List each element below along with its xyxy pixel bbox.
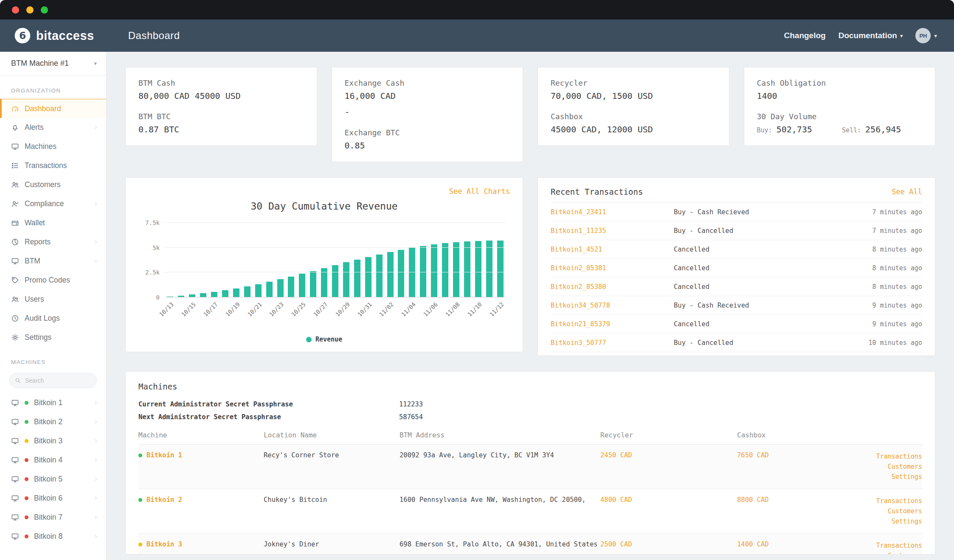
passphrase-value: 587654: [399, 411, 423, 423]
chart-x-axis: 10/1310/1510/1710/1910/2110/2310/2510/27…: [165, 297, 506, 334]
volume-row: Buy: 502,735 Sell: 256,945: [757, 124, 923, 134]
chevron-right-icon: [93, 457, 98, 463]
transaction-id-link[interactable]: Bitkoin2_85380: [551, 283, 674, 291]
documentation-menu[interactable]: Documentation ▾: [839, 31, 903, 40]
chart-plot-area: [165, 223, 506, 297]
machine-customers-link[interactable]: Customers: [871, 462, 922, 472]
bar-slot: [429, 223, 440, 297]
stat-value: 45000 CAD, 12000 USD: [551, 124, 716, 134]
machine-settings-link[interactable]: Settings: [871, 472, 922, 482]
machine-transactions-link[interactable]: Transactions: [871, 451, 922, 462]
sidebar-machine-bitkoin-6[interactable]: Bitkoin 6: [0, 489, 106, 508]
stat-value: 1400: [757, 91, 923, 101]
transaction-id-link[interactable]: Bitkoin1_11235: [551, 227, 674, 235]
see-all-transactions-link[interactable]: See All: [892, 188, 922, 196]
sidebar-machine-bitkoin-2[interactable]: Bitkoin 2: [0, 412, 106, 431]
bar-slot: [418, 223, 429, 297]
status-dot: [25, 535, 28, 538]
bar-slot: [407, 223, 418, 297]
sidebar-item-wallet[interactable]: Wallet: [0, 213, 106, 232]
sidebar-item-btm[interactable]: BTM: [0, 252, 106, 271]
y-tick-label: 7.5k: [145, 219, 160, 226]
sidebar-item-users[interactable]: Users: [0, 290, 106, 309]
sidebar-machine-bitkoin-5[interactable]: Bitkoin 5: [0, 470, 106, 489]
machine-row: Bitkoin 1Recy's Corner Store20092 93a Av…: [138, 445, 922, 489]
machine-actions: TransactionsCustomersSettings: [871, 540, 922, 554]
machine-selector-dropdown[interactable]: BTM Machine #1 ▾: [0, 52, 106, 76]
sidebar-item-transactions[interactable]: Transactions: [0, 156, 106, 175]
machine-actions: TransactionsCustomersSettings: [871, 496, 922, 526]
status-dot: [25, 401, 28, 405]
machine-name-link[interactable]: Bitkoin 1: [146, 451, 182, 459]
changelog-link[interactable]: Changelog: [784, 31, 825, 40]
sidebar-item-reports[interactable]: Reports: [0, 232, 106, 252]
y-tick-label: 0: [156, 294, 160, 301]
transaction-time: 8 minutes ago: [872, 264, 922, 272]
machine-customers-link[interactable]: Customers: [871, 506, 922, 516]
x-tick: 11/02: [385, 297, 396, 334]
machines-table-head: MachineLocation NameBTM AddressRecyclerC…: [138, 431, 922, 445]
machine-customers-link[interactable]: Customers: [871, 551, 922, 554]
user-menu[interactable]: PH ▾: [915, 28, 937, 43]
transaction-id-link[interactable]: Bitkoin1_4521: [551, 246, 674, 253]
sidebar-item-audit-logs[interactable]: Audit Logs: [0, 309, 106, 328]
window-close-button[interactable]: [12, 6, 19, 14]
sidebar-item-settings[interactable]: Settings: [0, 328, 106, 347]
status-dot: [25, 420, 28, 424]
brand[interactable]: 6 bitaccess: [14, 27, 94, 44]
x-tick: 10/17: [209, 297, 220, 334]
transaction-id-link[interactable]: Bitkoin34_50778: [551, 302, 674, 309]
sidebar-machine-label: Bitkoin 4: [34, 456, 62, 465]
recent-transactions-card: Recent Transactions See All Bitkoin4_234…: [538, 177, 935, 356]
sidebar-item-compliance[interactable]: Compliance: [0, 194, 106, 213]
table-header-btm-address: BTM Address: [400, 431, 600, 439]
machine-recycler: 4800 CAD: [600, 496, 737, 504]
sidebar-item-dashboard[interactable]: Dashboard: [0, 99, 106, 118]
transaction-id-link[interactable]: Bitkoin3_50777: [551, 339, 674, 347]
transaction-row: Bitkoin34_50778Buy - Cash Received9 minu…: [551, 296, 922, 315]
machines-section-label: MACHINES: [0, 347, 106, 370]
sidebar-item-machines[interactable]: Machines: [0, 137, 106, 156]
sidebar-machine-bitkoin-1[interactable]: Bitkoin 1: [0, 393, 106, 412]
sidebar-item-customers[interactable]: Customers: [0, 175, 106, 194]
caret-down-icon: ▾: [900, 33, 903, 39]
machines-panel: Machines Current Administrator Secret Pa…: [125, 371, 935, 554]
stat-label: Cash Obligation: [757, 78, 923, 87]
transaction-time: 7 minutes ago: [872, 227, 922, 235]
transaction-status: Buy - Cash Recieved: [674, 208, 872, 216]
machine-name-link[interactable]: Bitkoin 3: [146, 540, 182, 548]
transaction-id-link[interactable]: Bitkoin4_23411: [551, 208, 674, 216]
see-all-charts-link[interactable]: See All Charts: [449, 187, 510, 196]
sidebar-machine-bitkoin-4[interactable]: Bitkoin 4: [0, 451, 106, 470]
machine-settings-link[interactable]: Settings: [871, 516, 922, 526]
stat-card-obligation-volume: Cash Obligation 1400 30 Day Volume Buy: …: [744, 67, 936, 146]
passphrase-label: Current Administrator Secret Passphrase: [138, 398, 399, 411]
machine-transactions-link[interactable]: Transactions: [871, 496, 922, 506]
sidebar-item-label: Customers: [25, 180, 61, 189]
machine-address: 20092 93a Ave, Langley City, BC V1M 3Y4: [400, 451, 600, 459]
search-input[interactable]: [9, 373, 97, 388]
window-zoom-button[interactable]: [41, 6, 48, 14]
sidebar-item-promo-codes[interactable]: Promo Codes: [0, 271, 106, 290]
revenue-bar: [288, 277, 294, 297]
revenue-chart-card: See All Charts 30 Day Cumulative Revenue…: [125, 177, 523, 352]
revenue-bar: [244, 286, 250, 297]
machine-name-link[interactable]: Bitkoin 2: [146, 496, 182, 504]
sidebar-machine-bitkoin-3[interactable]: Bitkoin 3: [0, 431, 106, 451]
sidebar-machine-bitkoin-7[interactable]: Bitkoin 7: [0, 508, 106, 527]
transaction-id-link[interactable]: Bitkoin21_85379: [551, 320, 674, 328]
sidebar-machine-label: Bitkoin 1: [34, 398, 62, 407]
machine-transactions-link[interactable]: Transactions: [871, 540, 922, 551]
bar-slot: [198, 223, 209, 297]
chevron-right-icon: [93, 496, 98, 501]
revenue-bar: [464, 241, 470, 297]
sidebar-machine-bitkoin-8[interactable]: Bitkoin 8: [0, 527, 106, 546]
revenue-bar: [376, 255, 383, 297]
sell-label: Sell:: [842, 126, 861, 134]
window-minimize-button[interactable]: [26, 6, 34, 14]
chevron-right-icon: [93, 239, 98, 245]
brand-name: bitaccess: [36, 29, 94, 43]
machines-table-body: Bitkoin 1Recy's Corner Store20092 93a Av…: [138, 445, 922, 554]
transaction-id-link[interactable]: Bitkoin2_85381: [551, 264, 674, 272]
sidebar-item-alerts[interactable]: Alerts: [0, 118, 106, 137]
